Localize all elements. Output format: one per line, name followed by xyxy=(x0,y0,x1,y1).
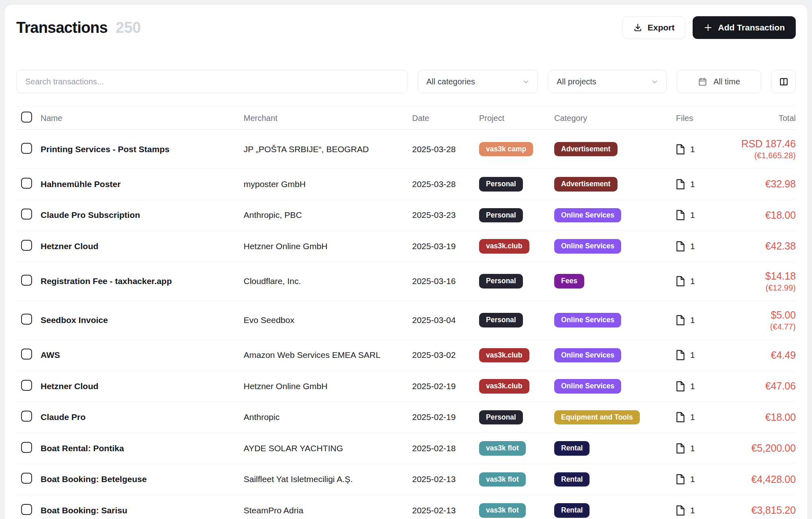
row-checkbox[interactable] xyxy=(21,380,32,391)
column-header-date[interactable]: Date xyxy=(412,114,479,123)
total-amount: $14.18 xyxy=(719,270,796,282)
file-icon xyxy=(676,412,685,422)
table-row[interactable]: AWS Amazon Web Services EMEA SARL 2025-0… xyxy=(16,340,796,371)
transaction-name: Registration Fee - taxhacker.app xyxy=(41,276,244,286)
table-row[interactable]: Claude Pro Anthropic 2025-02-19 Personal… xyxy=(16,402,796,433)
row-checkbox[interactable] xyxy=(21,442,32,453)
row-checkbox[interactable] xyxy=(21,314,32,325)
files-cell: 1 xyxy=(676,474,719,485)
transaction-merchant: Hetzner Online GmbH xyxy=(244,241,412,251)
total-amount: €32.98 xyxy=(719,178,796,190)
select-all-checkbox[interactable] xyxy=(21,112,32,123)
files-cell: 1 xyxy=(676,350,719,360)
row-checkbox[interactable] xyxy=(21,209,32,220)
transaction-date: 2025-03-04 xyxy=(412,315,479,325)
file-icon xyxy=(676,381,685,392)
transaction-name: Boat Booking: Betelgeuse xyxy=(41,474,244,484)
file-icon xyxy=(676,276,685,286)
add-transaction-button[interactable]: Add Transaction xyxy=(693,16,796,39)
transaction-date: 2025-02-19 xyxy=(412,412,479,422)
category-badge: Online Services xyxy=(554,348,621,363)
table-row[interactable]: Seedbox Invoice Evo Seedbox 2025-03-04 P… xyxy=(16,301,796,340)
export-button[interactable]: Export xyxy=(622,16,686,39)
table-header: Name Merchant Date Project Category File… xyxy=(16,106,796,130)
files-cell: 1 xyxy=(676,210,719,220)
total-amount: RSD 187.46 xyxy=(719,138,796,150)
column-header-project[interactable]: Project xyxy=(479,114,554,123)
row-checkbox[interactable] xyxy=(21,143,32,154)
transaction-date: 2025-02-13 xyxy=(412,474,479,484)
transaction-name: AWS xyxy=(41,350,244,360)
total-converted-amount: (€12.99) xyxy=(719,283,796,293)
transaction-merchant: Hetzner Online GmbH xyxy=(244,381,412,391)
table-row[interactable]: Hetzner Cloud Hetzner Online GmbH 2025-0… xyxy=(16,231,796,262)
row-checkbox[interactable] xyxy=(21,349,32,360)
column-header-name[interactable]: Name xyxy=(41,114,244,123)
file-count: 1 xyxy=(690,144,695,154)
table-row[interactable]: Boat Booking: Sarisu SteamPro Adria 2025… xyxy=(16,495,796,519)
table-row[interactable]: Hetzner Cloud Hetzner Online GmbH 2025-0… xyxy=(16,371,796,402)
table-row[interactable]: Claude Pro Subscription Anthropic, PBC 2… xyxy=(16,200,796,231)
row-checkbox[interactable] xyxy=(21,275,32,286)
transaction-merchant: Anthropic xyxy=(244,412,412,422)
file-icon xyxy=(676,315,685,325)
row-checkbox[interactable] xyxy=(21,504,32,515)
table-row[interactable]: Hahnemühle Poster myposter GmbH 2025-03-… xyxy=(16,169,796,200)
transaction-name: Hahnemühle Poster xyxy=(41,179,244,189)
export-label: Export xyxy=(648,23,675,32)
table-row[interactable]: Printing Services - Post Stamps JP „POŠT… xyxy=(16,130,796,169)
table-row[interactable]: Registration Fee - taxhacker.app Cloudfl… xyxy=(16,262,796,301)
column-header-merchant[interactable]: Merchant xyxy=(244,114,412,123)
transaction-total: €47.06 xyxy=(719,380,796,392)
transaction-date: 2025-03-23 xyxy=(412,210,479,220)
column-header-category[interactable]: Category xyxy=(554,114,676,123)
row-checkbox[interactable] xyxy=(21,178,32,189)
category-badge: Rental xyxy=(554,472,590,487)
transaction-name: Boat Rental: Pontika xyxy=(41,444,244,453)
column-header-files[interactable]: Files xyxy=(676,114,719,123)
table-row[interactable]: Boat Rental: Pontika AYDE SOLAR YACHTING… xyxy=(16,433,796,464)
transaction-merchant: AYDE SOLAR YACHTING xyxy=(244,444,412,453)
transaction-date: 2025-02-19 xyxy=(412,381,479,391)
transaction-name: Hetzner Cloud xyxy=(41,381,244,391)
total-amount: €5,200.00 xyxy=(719,442,796,454)
category-badge: Rental xyxy=(554,441,590,456)
plus-icon xyxy=(704,23,713,32)
row-checkbox[interactable] xyxy=(21,240,32,251)
row-checkbox[interactable] xyxy=(21,411,32,422)
date-range-picker[interactable]: All time xyxy=(677,70,761,93)
transaction-name: Claude Pro xyxy=(41,412,244,422)
transaction-date: 2025-03-19 xyxy=(412,241,479,251)
category-badge: Online Services xyxy=(554,379,621,394)
transaction-total: RSD 187.46 (€1,665.28) xyxy=(719,138,796,160)
table-body: Printing Services - Post Stamps JP „POŠT… xyxy=(16,130,796,519)
transaction-total: €18.00 xyxy=(719,209,796,221)
transaction-total: €18.00 xyxy=(719,411,796,423)
file-count: 1 xyxy=(690,506,695,515)
column-header-total[interactable]: Total xyxy=(719,114,796,123)
transaction-date: 2025-03-02 xyxy=(412,350,479,360)
transaction-total: €4.49 xyxy=(719,349,796,361)
page-title: Transactions xyxy=(16,19,108,37)
project-badge: vas3k flot xyxy=(479,472,526,487)
file-count: 1 xyxy=(690,474,695,484)
file-count: 1 xyxy=(690,179,695,189)
row-checkbox[interactable] xyxy=(21,473,32,484)
project-badge: vas3k.club xyxy=(479,239,529,254)
projects-dropdown[interactable]: All projects xyxy=(548,70,667,93)
categories-dropdown[interactable]: All categories xyxy=(418,70,538,93)
project-badge: Personal xyxy=(479,274,523,289)
file-icon xyxy=(676,179,685,190)
total-amount: €3,815.20 xyxy=(719,504,796,516)
table-row[interactable]: Boat Booking: Betelgeuse Sailfleet Yat I… xyxy=(16,464,796,495)
file-count: 1 xyxy=(690,210,695,220)
search-input[interactable] xyxy=(16,70,408,93)
transaction-merchant: Anthropic, PBC xyxy=(244,210,412,220)
layout-columns-toggle[interactable] xyxy=(771,70,796,93)
file-count: 1 xyxy=(690,315,695,325)
category-badge: Advertisement xyxy=(554,142,618,157)
total-converted-amount: (€1,665.28) xyxy=(719,151,796,160)
transaction-merchant: Evo Seedbox xyxy=(244,315,412,325)
files-cell: 1 xyxy=(676,505,719,516)
transaction-merchant: SteamPro Adria xyxy=(244,506,412,515)
